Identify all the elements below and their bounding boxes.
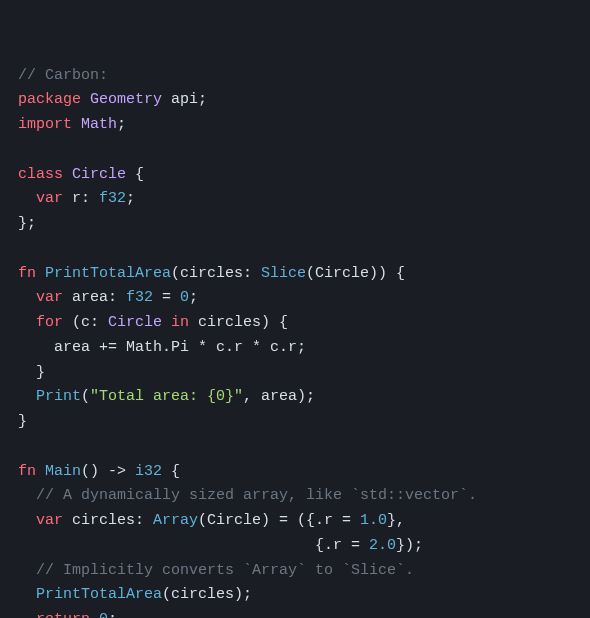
text: circles: bbox=[63, 512, 153, 529]
indent bbox=[18, 388, 36, 405]
text bbox=[72, 116, 81, 133]
number: 0 bbox=[180, 289, 189, 306]
string: "Total area: {0}" bbox=[90, 388, 243, 405]
function-name: Main bbox=[45, 463, 81, 480]
comment: // A dynamically sized array, like `std:… bbox=[36, 487, 477, 504]
function-name: Print bbox=[36, 388, 81, 405]
text: } bbox=[36, 364, 45, 381]
text: (Circle) = ({.r = bbox=[198, 512, 360, 529]
keyword: import bbox=[18, 116, 72, 133]
text bbox=[81, 91, 90, 108]
text: () -> bbox=[81, 463, 135, 480]
type: f32 bbox=[99, 190, 126, 207]
text: area += Math.Pi * c.r * c.r; bbox=[54, 339, 306, 356]
text: }); bbox=[396, 537, 423, 554]
keyword: fn bbox=[18, 265, 36, 282]
keyword: for bbox=[36, 314, 63, 331]
keyword: var bbox=[36, 289, 63, 306]
indent bbox=[18, 289, 36, 306]
text: ; bbox=[126, 190, 135, 207]
indent bbox=[18, 314, 36, 331]
text bbox=[36, 463, 45, 480]
text: ; bbox=[117, 116, 126, 133]
class-name: Geometry bbox=[90, 91, 162, 108]
class-name: Circle bbox=[72, 166, 126, 183]
text: , area); bbox=[243, 388, 315, 405]
text: circles) { bbox=[189, 314, 288, 331]
text bbox=[36, 265, 45, 282]
function-name: Array bbox=[153, 512, 198, 529]
keyword: fn bbox=[18, 463, 36, 480]
text: {.r = bbox=[315, 537, 369, 554]
keyword: var bbox=[36, 190, 63, 207]
indent bbox=[18, 562, 36, 579]
text: { bbox=[162, 463, 180, 480]
comment: // Implicitly converts `Array` to `Slice… bbox=[36, 562, 414, 579]
text: ( bbox=[81, 388, 90, 405]
number: 0 bbox=[99, 611, 108, 618]
indent bbox=[18, 487, 36, 504]
text: area: bbox=[63, 289, 126, 306]
text: = bbox=[153, 289, 180, 306]
indent bbox=[18, 586, 36, 603]
indent bbox=[18, 190, 36, 207]
text: (circles); bbox=[162, 586, 252, 603]
comment: // Carbon: bbox=[18, 67, 108, 84]
class-name: Circle bbox=[108, 314, 162, 331]
text: r: bbox=[63, 190, 99, 207]
type: i32 bbox=[135, 463, 162, 480]
text: (c: bbox=[63, 314, 108, 331]
number: 1.0 bbox=[360, 512, 387, 529]
code-block: // Carbon: package Geometry api; import … bbox=[18, 64, 572, 619]
function-name: Slice bbox=[261, 265, 306, 282]
indent bbox=[18, 537, 315, 554]
keyword: package bbox=[18, 91, 81, 108]
text: api; bbox=[162, 91, 207, 108]
indent bbox=[18, 364, 36, 381]
text bbox=[90, 611, 99, 618]
indent bbox=[18, 339, 54, 356]
text: (Circle)) { bbox=[306, 265, 405, 282]
keyword: class bbox=[18, 166, 63, 183]
text: (circles: bbox=[171, 265, 261, 282]
keyword: var bbox=[36, 512, 63, 529]
keyword: in bbox=[162, 314, 189, 331]
text bbox=[63, 166, 72, 183]
indent bbox=[18, 611, 36, 618]
text: { bbox=[126, 166, 144, 183]
type: f32 bbox=[126, 289, 153, 306]
class-name: Math bbox=[81, 116, 117, 133]
text: }; bbox=[18, 215, 36, 232]
text: } bbox=[18, 413, 27, 430]
text: }, bbox=[387, 512, 405, 529]
number: 2.0 bbox=[369, 537, 396, 554]
keyword: return bbox=[36, 611, 90, 618]
function-name: PrintTotalArea bbox=[36, 586, 162, 603]
indent bbox=[18, 512, 36, 529]
text: ; bbox=[189, 289, 198, 306]
function-name: PrintTotalArea bbox=[45, 265, 171, 282]
text: ; bbox=[108, 611, 117, 618]
